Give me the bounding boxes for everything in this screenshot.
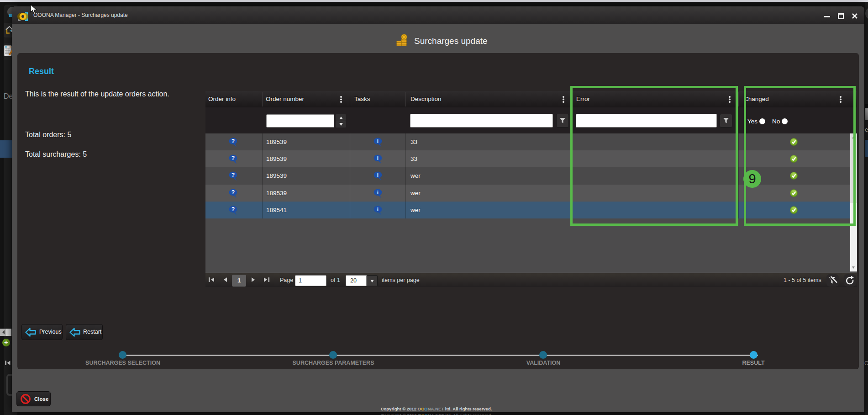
svg-text:i: i bbox=[377, 172, 379, 178]
svg-text:?: ? bbox=[231, 155, 235, 161]
svg-text:?: ? bbox=[231, 172, 235, 178]
svg-text:i: i bbox=[377, 138, 379, 144]
svg-text:i: i bbox=[377, 155, 379, 161]
svg-text:?: ? bbox=[231, 189, 235, 196]
svg-text:?: ? bbox=[231, 206, 235, 213]
svg-text:i: i bbox=[377, 206, 379, 212]
svg-text:?: ? bbox=[231, 138, 235, 144]
svg-text:i: i bbox=[377, 189, 379, 195]
